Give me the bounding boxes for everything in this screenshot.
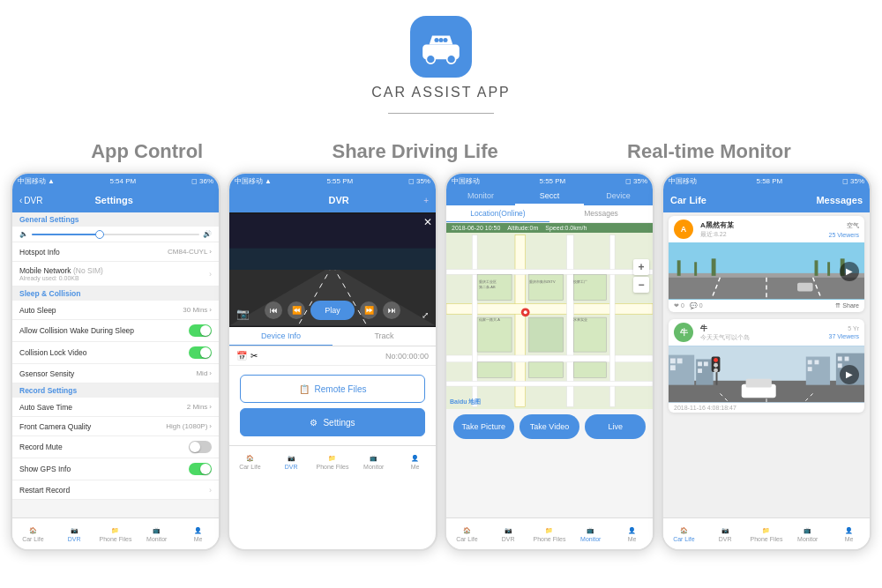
nav3-me[interactable]: 👤 Me — [611, 521, 653, 547]
tab-location[interactable]: Location(Online) — [446, 205, 549, 222]
gsensor-row[interactable]: Gsensor Sensity Mid › — [12, 364, 219, 383]
gear-icon: ⚙ — [310, 418, 318, 428]
phone4-content: A A黑然有某 最近:8.22 空气 25 Viewers — [663, 212, 870, 517]
nav-monitor[interactable]: 📺 Monitor — [136, 521, 177, 547]
close-icon[interactable]: ✕ — [423, 216, 432, 228]
tab-device-info[interactable]: Device Info — [229, 327, 333, 346]
person3-icon: 👤 — [626, 526, 639, 535]
nav4-me[interactable]: 👤 Me — [828, 521, 870, 547]
phone3-time: 5:55 PM — [539, 177, 565, 185]
camera-quality-label: Front Camera Quality — [19, 422, 91, 431]
nav-me[interactable]: 👤 Me — [177, 521, 219, 547]
tab-track[interactable]: Track — [333, 327, 436, 346]
phone2-carrier: 中国移动 — [235, 176, 263, 186]
map-info-bar: 2018-06-20 10:50 Altitude:0m Speed:0.0km… — [446, 223, 653, 233]
nav-phone-files[interactable]: 📁 Phone Files — [95, 521, 137, 547]
svg-rect-54 — [670, 358, 676, 363]
map-altitude: Altitude:0m — [507, 225, 538, 231]
zoom-in-button[interactable]: + — [633, 259, 649, 275]
phone1-back[interactable]: ‹ DVR — [19, 196, 42, 205]
live-button[interactable]: Live — [585, 414, 646, 439]
no-video-text: No:00:00:00 — [385, 352, 429, 361]
play1-icon[interactable]: ▶ — [840, 262, 859, 281]
phones-row: 中国移动 ▲ 5:54 PM ◻ 36% ‹ DVR Settings Gene… — [0, 172, 882, 551]
volume-slider[interactable] — [32, 234, 199, 235]
nav2-phone-files[interactable]: 📁 Phone Files — [312, 449, 354, 474]
forward-button[interactable]: ⏩ — [360, 301, 377, 319]
nav3-car-life[interactable]: 🏠 Car Life — [446, 521, 488, 547]
svg-point-3 — [435, 38, 439, 42]
map-timestamp: 2018-06-20 10:50 — [452, 225, 500, 231]
tab-secct[interactable]: Secct — [515, 188, 584, 205]
phone3-monitor: 中国移动 5:55 PM ◻ 35% Monitor Secct Device … — [445, 172, 654, 551]
nav2-car-life[interactable]: 🏠 Car Life — [229, 449, 271, 474]
mobile-network-row[interactable]: Mobile Network (No SIM) Already used: 0.… — [12, 262, 219, 287]
restart-record-label: Restart Record — [19, 486, 70, 495]
mobile-network-label: Mobile Network (No SIM) — [19, 266, 103, 275]
folder4-icon: 📁 — [760, 526, 773, 535]
show-gps-row[interactable]: Show GPS Info — [12, 458, 219, 480]
take-video-button[interactable]: Take Video — [519, 414, 580, 439]
tab-monitor[interactable]: Monitor — [446, 188, 515, 205]
collision-wake-toggle[interactable] — [189, 324, 212, 337]
svg-rect-31 — [573, 362, 606, 378]
collision-lock-toggle[interactable] — [189, 346, 212, 359]
end-button[interactable]: ⏭ — [383, 301, 400, 319]
nav3-phone-files[interactable]: 📁 Phone Files — [529, 521, 571, 547]
nav2-dvr-active[interactable]: 📷 DVR — [271, 449, 312, 474]
phone4-car-life: 中国移动 5:58 PM ◻ 35% Car Life Messages A A… — [662, 172, 871, 551]
record-mute-toggle[interactable] — [189, 441, 212, 453]
tab-messages[interactable]: Messages — [549, 205, 653, 222]
remote-files-button[interactable]: 📋 Remote Files — [240, 375, 425, 403]
phone1-carrier: 中国移动 — [18, 176, 46, 186]
take-picture-button[interactable]: Take Picture — [453, 414, 514, 439]
phone4-navbar: Car Life Messages — [663, 188, 870, 212]
restart-record-row[interactable]: Restart Record › — [12, 480, 219, 500]
user2-time: 5 Yr — [848, 325, 859, 331]
nav-car-life[interactable]: 🏠 Car Life — [12, 521, 54, 547]
nav4-car-life-active[interactable]: 🏠 Car Life — [663, 521, 705, 547]
tab-device[interactable]: Device — [584, 188, 653, 205]
play2-icon[interactable]: ▶ — [840, 365, 859, 384]
collision-lock-row[interactable]: Collision Lock Video — [12, 342, 219, 364]
phone1-navbar: ‹ DVR Settings — [12, 188, 219, 212]
expand-icon[interactable]: ⤢ — [422, 310, 429, 320]
battery2-icon: ◻ 35% — [408, 177, 430, 185]
show-gps-toggle[interactable] — [189, 463, 212, 475]
svg-text:第二条-AB: 第二条-AB — [479, 285, 496, 289]
share1-button[interactable]: ⇈ Share — [835, 302, 859, 309]
collision-wake-row[interactable]: Allow Collision Wake During Sleep — [12, 320, 219, 342]
svg-rect-45 — [694, 262, 697, 276]
comment1-icon: 💬 0 — [690, 302, 703, 309]
record-mute-row[interactable]: Record Mute — [12, 436, 219, 458]
nav3-monitor-active[interactable]: 📺 Monitor — [570, 521, 611, 547]
play-button[interactable]: Play — [310, 301, 355, 320]
back-button[interactable]: ⏪ — [288, 301, 305, 319]
settings-button[interactable]: ⚙ Settings — [240, 408, 425, 436]
svg-rect-64 — [808, 367, 812, 371]
phone1-time: 5:54 PM — [109, 177, 136, 185]
nav4-monitor[interactable]: 📺 Monitor — [787, 521, 828, 547]
battery3-icon: ◻ 35% — [625, 177, 647, 185]
zoom-out-button[interactable]: − — [633, 277, 649, 293]
like1-icon: ❤ 0 — [674, 302, 684, 309]
auto-save-arrow-icon: › — [209, 403, 212, 411]
nav4-dvr[interactable]: 📷 DVR — [705, 521, 746, 547]
auto-sleep-row[interactable]: Auto Sleep 30 Mins › — [12, 301, 219, 320]
svg-rect-62 — [808, 360, 812, 364]
nav3-dvr[interactable]: 📷 DVR — [488, 521, 529, 547]
phone2-nav-add[interactable]: + — [423, 196, 429, 205]
nav2-me[interactable]: 👤 Me — [394, 449, 436, 474]
svg-rect-29 — [477, 362, 512, 378]
svg-rect-24 — [529, 274, 564, 300]
dvr-buttons: 📋 Remote Files ⚙ Settings — [229, 366, 436, 445]
svg-point-77 — [714, 363, 718, 368]
nav2-monitor[interactable]: 📺 Monitor — [353, 449, 394, 474]
nav4-phone-files[interactable]: 📁 Phone Files — [746, 521, 788, 547]
nav-dvr-active[interactable]: 📷 DVR — [54, 521, 95, 547]
rewind-button[interactable]: ⏮ — [265, 301, 282, 319]
camera-quality-row[interactable]: Front Camera Quality High (1080P) › — [12, 417, 219, 436]
files-icon: 📋 — [299, 384, 310, 394]
hotspot-info-row[interactable]: Hotspot Info CM84-CUYL › — [12, 242, 219, 262]
auto-save-row[interactable]: Auto Save Time 2 Mins › — [12, 398, 219, 417]
